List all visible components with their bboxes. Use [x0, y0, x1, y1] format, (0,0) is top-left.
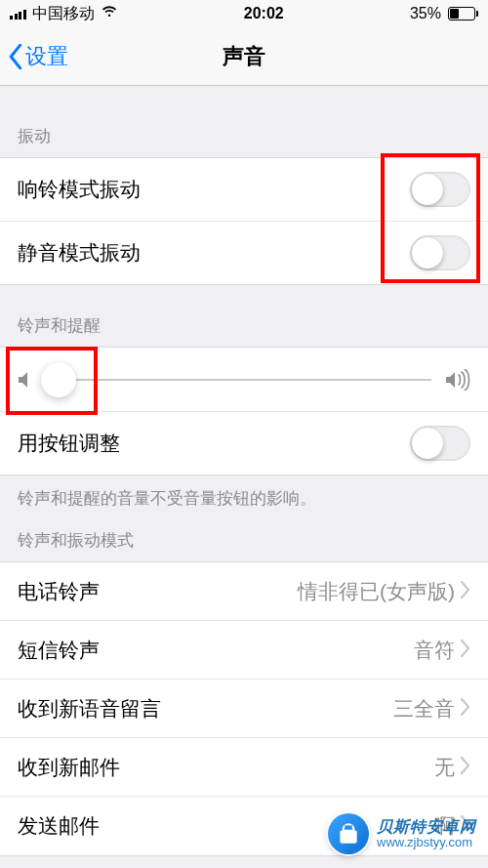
nav-bar: 设置 声音: [0, 27, 488, 86]
row-label: 用按钮调整: [18, 430, 120, 457]
row-label: 电话铃声: [18, 578, 100, 605]
row-text-tone[interactable]: 短信铃声 音符: [0, 621, 488, 680]
group-ringer: 用按钮调整: [0, 347, 488, 475]
row-value: 三全音: [393, 695, 455, 723]
row-silent-vibrate: 静音模式振动: [0, 222, 488, 284]
watermark-logo-icon: [328, 813, 369, 854]
carrier-label: 中国移动: [32, 4, 95, 24]
row-ring-vibrate: 响铃模式振动: [0, 158, 488, 222]
ringer-footer-note: 铃声和提醒的音量不受音量按钮的影响。: [0, 475, 488, 510]
watermark-name: 贝斯特安卓网: [377, 818, 476, 836]
toggle-change-with-buttons[interactable]: [410, 426, 470, 461]
toggle-silent-vibrate[interactable]: [410, 235, 470, 270]
volume-low-icon: [18, 370, 33, 390]
signal-icon: [10, 8, 26, 20]
back-label: 设置: [25, 42, 68, 71]
row-label: 收到新语音留言: [18, 695, 161, 723]
slider-thumb[interactable]: [41, 362, 76, 397]
wifi-icon: [101, 5, 118, 22]
row-ringer-volume: [0, 348, 488, 412]
row-label: 响铃模式振动: [18, 176, 141, 203]
status-bar: 中国移动 20:02 35%: [0, 0, 488, 27]
status-left: 中国移动: [10, 4, 118, 24]
back-button[interactable]: 设置: [8, 42, 68, 71]
section-header-patterns: 铃声和振动模式: [0, 510, 488, 561]
row-label: 收到新邮件: [18, 754, 120, 781]
group-vibration: 响铃模式振动 静音模式振动: [0, 157, 488, 285]
row-new-mail[interactable]: 收到新邮件 无: [0, 738, 488, 797]
group-patterns: 电话铃声 情非得已(女声版) 短信铃声 音符 收到新语音留言 三全音 收到新邮件…: [0, 561, 488, 856]
battery-icon: [446, 7, 478, 21]
row-change-with-buttons: 用按钮调整: [0, 412, 488, 475]
row-value: 音符: [414, 637, 455, 664]
row-label: 发送邮件: [18, 812, 100, 840]
row-ringtone[interactable]: 电话铃声 情非得已(女声版): [0, 562, 488, 621]
chevron-right-icon: [461, 697, 470, 721]
chevron-right-icon: [461, 639, 470, 662]
row-label: 短信铃声: [18, 637, 100, 664]
status-right: 35%: [410, 5, 478, 22]
volume-high-icon: [445, 369, 470, 391]
section-header-vibration: 振动: [0, 86, 488, 157]
section-header-ringer: 铃声和提醒: [0, 285, 488, 347]
ringer-volume-slider[interactable]: [47, 379, 431, 381]
toggle-ring-vibrate[interactable]: [410, 172, 470, 207]
page-title: 声音: [0, 42, 488, 71]
row-value: 情非得已(女声版): [298, 578, 455, 605]
row-new-voicemail[interactable]: 收到新语音留言 三全音: [0, 680, 488, 738]
row-value: 无: [434, 754, 455, 781]
chevron-right-icon: [461, 580, 470, 603]
chevron-right-icon: [461, 756, 470, 779]
row-label: 静音模式振动: [18, 239, 141, 267]
watermark-url: www.zjbstyy.com: [377, 836, 476, 849]
battery-percent: 35%: [410, 5, 441, 22]
status-time: 20:02: [244, 5, 284, 22]
watermark: 贝斯特安卓网 www.zjbstyy.com: [328, 813, 476, 854]
